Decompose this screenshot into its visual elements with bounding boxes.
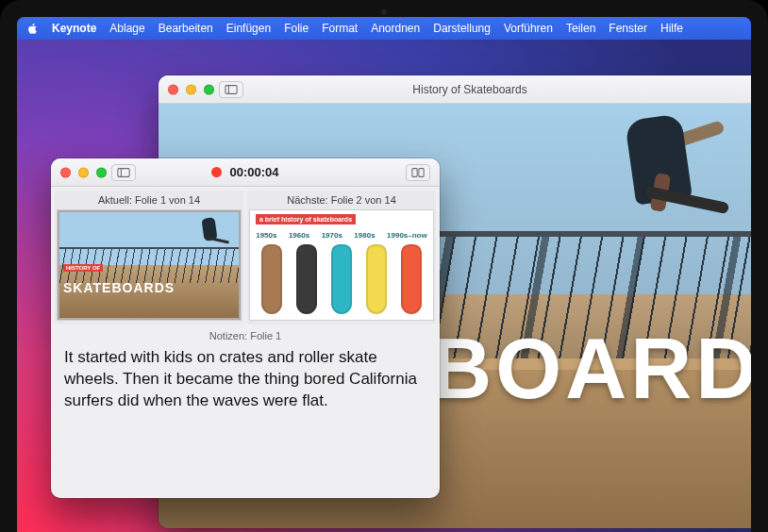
presenter-layout-button[interactable] [406,164,430,181]
menu-teilen[interactable]: Teilen [566,22,595,35]
decade-label: 1990s–now [387,231,427,240]
svg-rect-5 [419,168,424,176]
decade-label: 1980s [354,231,375,240]
next-slide-label: Nächste: Folie 2 von 14 [247,192,436,209]
menubar: Keynote Ablage Bearbeiten Einfügen Folie… [17,17,751,40]
skateboard-icon [296,244,317,314]
menu-einfuegen[interactable]: Einfügen [226,22,271,35]
skateboard-icon [401,244,422,314]
presenter-panes: Aktuell: Folie 1 von 14 HISTORY OF SKATE… [51,187,440,324]
presenter-window: 00:00:04 Aktuell: Folie 1 von 14 HISTORY… [51,158,440,498]
presenter-notes-body: It started with kids on crates and rolle… [51,345,440,424]
skateboard-icon [366,244,387,314]
desktop: Keynote Ablage Bearbeiten Einfügen Folie… [17,17,751,532]
presenter-timer: 00:00:04 [229,165,278,179]
presenter-titlebar: 00:00:04 [51,158,440,187]
menu-vorfuehren[interactable]: Vorführen [504,22,553,35]
record-indicator-icon[interactable] [211,167,222,177]
laptop-frame: Keynote Ablage Bearbeiten Einfügen Folie… [0,0,768,532]
skateboard-row [250,244,433,316]
presenter-traffic-lights [60,167,107,177]
decade-labels: 1950s 1960s 1970s 1980s 1990s–now [250,231,433,240]
menu-format[interactable]: Format [322,22,358,35]
current-slide-thumbnail[interactable]: HISTORY OF SKATEBOARDS [57,209,242,321]
menu-ablage[interactable]: Ablage [109,22,144,35]
menu-hilfe[interactable]: Hilfe [660,22,683,35]
menu-darstellung[interactable]: Darstellung [433,22,491,35]
slideshow-traffic-lights [168,84,214,94]
minimize-button[interactable] [78,167,89,177]
skateboard-icon [331,244,352,314]
maximize-button[interactable] [96,167,107,177]
svg-rect-0 [225,85,237,93]
minimize-button[interactable] [186,84,196,94]
layout-toggle-button[interactable] [111,164,136,181]
sidebar-toggle-button[interactable] [219,81,243,98]
apple-logo-icon[interactable] [26,23,39,35]
maximize-button[interactable] [204,84,214,94]
presenter-notes-label: Notizen: Folie 1 [51,324,440,345]
decade-label: 1970s [322,231,342,240]
slideshow-titlebar: History of Skateboards [159,75,751,104]
thumb-headline: SKATEBOARDS [63,280,175,295]
decade-label: 1960s [289,231,309,240]
current-slide-pane: Aktuell: Folie 1 von 14 HISTORY OF SKATE… [55,191,243,324]
menu-app-name[interactable]: Keynote [52,22,96,35]
next-slide-title: a brief history of skateboards [256,214,356,224]
next-slide-pane: Nächste: Folie 2 von 14 a brief history … [247,191,436,324]
close-button[interactable] [168,84,178,94]
decade-label: 1950s [256,231,276,240]
menu-anordnen[interactable]: Anordnen [371,22,420,35]
svg-rect-2 [118,168,129,176]
close-button[interactable] [60,167,71,177]
thumb-history-badge: HISTORY OF [63,264,103,272]
next-slide-thumbnail[interactable]: a brief history of skateboards 1950s 196… [249,209,434,321]
svg-rect-4 [412,168,417,176]
menu-folie[interactable]: Folie [284,22,309,35]
slide-skater-graphic [611,108,751,240]
current-slide-label: Aktuell: Folie 1 von 14 [55,192,243,209]
menu-fenster[interactable]: Fenster [609,22,647,35]
menu-bearbeiten[interactable]: Bearbeiten [159,22,213,35]
slideshow-title: History of Skateboards [412,83,526,96]
skateboard-icon [261,244,282,314]
